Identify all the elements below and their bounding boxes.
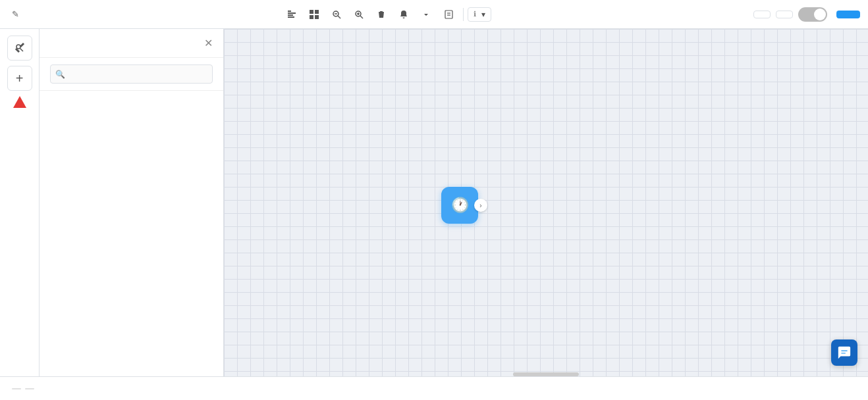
svg-rect-15 [445, 11, 452, 18]
chat-fab-button[interactable] [831, 339, 857, 366]
validation-count-1 [12, 388, 21, 389]
on-off-toggle[interactable] [798, 7, 827, 22]
save-button[interactable] [836, 11, 860, 18]
svg-rect-5 [315, 10, 319, 14]
add-button[interactable]: + [7, 66, 32, 91]
panel-header: ✕ [40, 29, 223, 58]
zoom-in-button[interactable] [348, 4, 369, 25]
scheduler-icon: 🕐 [451, 197, 469, 214]
download-button[interactable] [416, 4, 437, 25]
tools-button[interactable] [7, 36, 32, 61]
bell-button[interactable] [393, 4, 414, 25]
toggle-wrap [798, 7, 831, 22]
search-wrap: 🔍 [40, 58, 223, 91]
bottombar [0, 376, 868, 400]
svg-rect-2 [288, 14, 293, 16]
scheduler-node[interactable]: 🕐 › [441, 187, 478, 228]
svg-rect-4 [310, 10, 313, 14]
align-button[interactable] [281, 4, 302, 25]
connector-search-input[interactable] [50, 64, 213, 84]
connectors-panel: ✕ 🔍 [40, 29, 224, 400]
left-sidebar: + [0, 29, 40, 400]
svg-point-18 [16, 45, 20, 49]
up-arrow-icon[interactable] [13, 96, 26, 108]
node-connect-arrow[interactable]: › [474, 199, 487, 212]
connectors-list [40, 99, 223, 400]
file-button[interactable] [438, 4, 459, 25]
chat-icon [837, 345, 852, 360]
svg-rect-0 [288, 11, 291, 12]
scheduler-node-box[interactable]: 🕐 › [441, 187, 478, 224]
exec-logs-button[interactable] [753, 11, 771, 18]
search-icon: 🔍 [55, 70, 65, 79]
design-validation-badge [8, 388, 34, 389]
publish-button[interactable] [776, 11, 793, 18]
delete-button[interactable] [371, 4, 392, 25]
toggle-knob [814, 9, 826, 20]
svg-line-9 [338, 16, 340, 18]
grid-button[interactable] [304, 4, 325, 25]
svg-rect-1 [288, 12, 296, 14]
version-badge[interactable]: ℹ ▾ [468, 7, 491, 22]
edit-icon[interactable]: ✎ [12, 9, 19, 19]
svg-rect-3 [288, 16, 294, 18]
svg-rect-6 [310, 15, 313, 19]
svg-line-19 [20, 49, 23, 52]
svg-line-12 [360, 16, 363, 18]
canvas[interactable]: 🕐 › [224, 29, 868, 400]
validation-count-2 [25, 388, 34, 389]
svg-rect-7 [315, 15, 319, 19]
installed-label [40, 91, 223, 99]
version-chevron-icon: ▾ [481, 10, 485, 19]
close-panel-button[interactable]: ✕ [204, 37, 213, 49]
info-icon: ℹ [474, 10, 476, 18]
zoom-out-button[interactable] [326, 4, 347, 25]
